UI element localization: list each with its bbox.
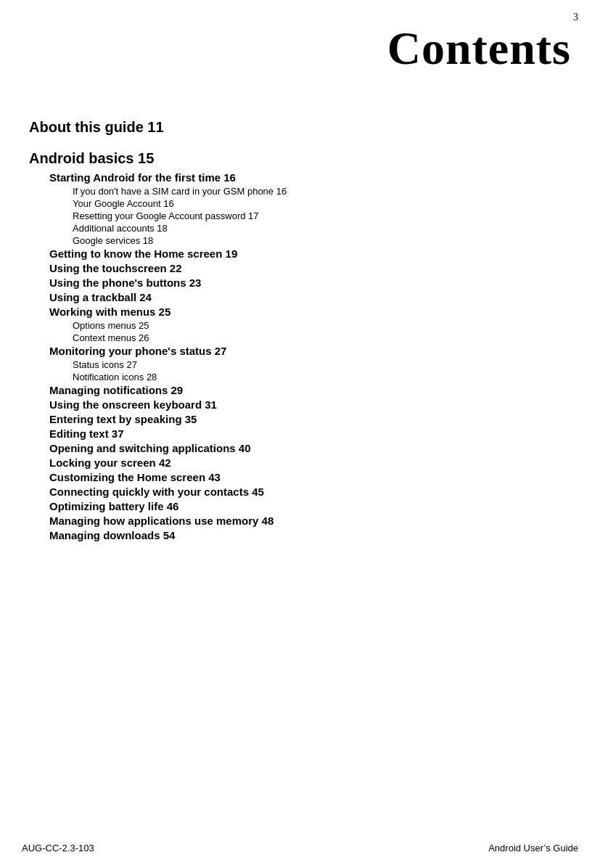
subsection-title-buttons: Using the phone's buttons 23 bbox=[29, 277, 571, 289]
sub-item-additional-accounts: Additional accounts 18 bbox=[29, 223, 571, 234]
top-section-about: About this guide 11 bbox=[29, 119, 571, 136]
subsection-home-screen: Getting to know the Home screen 19 bbox=[29, 247, 571, 260]
sub-item-notification-icons: Notification icons 28 bbox=[29, 372, 571, 382]
footer-left: AUG-CC-2.3-103 bbox=[22, 843, 94, 853]
subsection-starting-android: Starting Android for the first time 16 I… bbox=[29, 171, 571, 246]
subsection-speaking: Entering text by speaking 35 bbox=[29, 413, 571, 425]
sub-item-google-account: Your Google Account 16 bbox=[29, 198, 571, 209]
sub-item-context-menus: Context menus 26 bbox=[29, 332, 571, 343]
content-area: About this guide 11 Android basics 15 St… bbox=[0, 119, 600, 602]
subsection-locking-screen: Locking your screen 42 bbox=[29, 456, 571, 469]
subsection-title-touchscreen: Using the touchscreen 22 bbox=[29, 262, 571, 274]
subsection-phone-buttons: Using the phone's buttons 23 bbox=[29, 277, 571, 289]
sub-item-sim: If you don't have a SIM card in your GSM… bbox=[29, 186, 571, 197]
subsection-title-menus: Working with menus 25 bbox=[29, 306, 571, 318]
subsection-onscreen-keyboard: Using the onscreen keyboard 31 bbox=[29, 398, 571, 411]
subsection-title-status: Monitoring your phone's status 27 bbox=[29, 345, 571, 357]
subsection-customizing-home: Customizing the Home screen 43 bbox=[29, 471, 571, 483]
subsection-menus: Working with menus 25 Options menus 25 C… bbox=[29, 306, 571, 343]
subsection-title-downloads: Managing downloads 54 bbox=[29, 529, 571, 541]
subsection-editing-text: Editing text 37 bbox=[29, 427, 571, 440]
subsection-title-apps: Opening and switching applications 40 bbox=[29, 442, 571, 454]
top-section-title-about: About this guide 11 bbox=[29, 119, 571, 136]
sub-item-google-services: Google services 18 bbox=[29, 235, 571, 246]
subsection-title-speaking: Entering text by speaking 35 bbox=[29, 413, 571, 425]
subsection-trackball: Using a trackball 24 bbox=[29, 291, 571, 303]
main-section-title-android: Android basics 15 bbox=[29, 150, 571, 167]
sub-item-status-icons: Status icons 27 bbox=[29, 359, 571, 370]
page-number: 3 bbox=[573, 12, 578, 23]
subsection-battery: Optimizing battery life 46 bbox=[29, 500, 571, 512]
subsection-touchscreen: Using the touchscreen 22 bbox=[29, 262, 571, 274]
footer: AUG-CC-2.3-103 Android User’s Guide bbox=[0, 843, 600, 853]
subsection-downloads: Managing downloads 54 bbox=[29, 529, 571, 541]
subsection-title-trackball: Using a trackball 24 bbox=[29, 291, 571, 303]
subsection-title-customizing: Customizing the Home screen 43 bbox=[29, 471, 571, 483]
subsection-app-memory: Managing how applications use memory 48 bbox=[29, 515, 571, 527]
subsection-title-starting: Starting Android for the first time 16 bbox=[29, 171, 571, 184]
subsection-title-contacts: Connecting quickly with your contacts 45 bbox=[29, 486, 571, 498]
subsection-contacts: Connecting quickly with your contacts 45 bbox=[29, 486, 571, 498]
subsection-switching-apps: Opening and switching applications 40 bbox=[29, 442, 571, 454]
page-title: Contents bbox=[0, 0, 600, 119]
section-android-basics: Android basics 15 Starting Android for t… bbox=[29, 150, 571, 541]
subsection-title-home: Getting to know the Home screen 19 bbox=[29, 247, 571, 260]
subsection-title-editing: Editing text 37 bbox=[29, 427, 571, 440]
subsection-title-battery: Optimizing battery life 46 bbox=[29, 500, 571, 512]
subsection-title-memory: Managing how applications use memory 48 bbox=[29, 515, 571, 527]
subsection-phone-status: Monitoring your phone's status 27 Status… bbox=[29, 345, 571, 382]
subsection-title-locking: Locking your screen 42 bbox=[29, 456, 571, 469]
sub-item-reset-password: Resetting your Google Account password 1… bbox=[29, 210, 571, 221]
subsection-title-notifications: Managing notifications 29 bbox=[29, 384, 571, 396]
subsection-notifications: Managing notifications 29 bbox=[29, 384, 571, 396]
sub-item-options-menus: Options menus 25 bbox=[29, 320, 571, 331]
subsection-title-keyboard: Using the onscreen keyboard 31 bbox=[29, 398, 571, 411]
footer-right: Android User’s Guide bbox=[488, 843, 578, 853]
